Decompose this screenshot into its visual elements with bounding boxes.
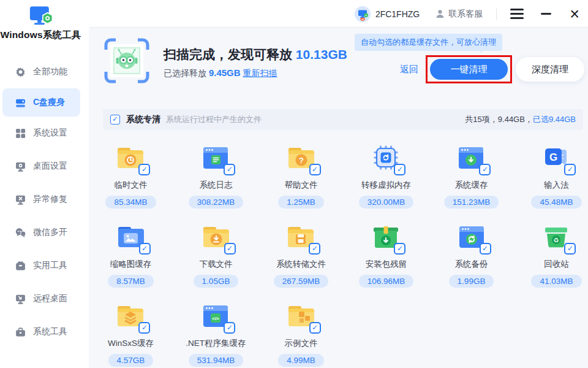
contact-support-label: 联系客服 (448, 9, 483, 20)
sidebar-nav: 全部功能 C盘瘦身 系统设置 桌面设置 异常修复 微信多开 实用工具 远程桌面 … (0, 55, 89, 348)
app-title: Windows系统工具 (0, 29, 81, 42)
back-link[interactable]: 返回 (400, 64, 418, 75)
item-checkbox[interactable]: ✓ (309, 164, 321, 175)
remote-icon (15, 293, 26, 305)
folder-blocks-icon: ✓ (285, 300, 317, 332)
section-selected-size: 已选9.44GB (533, 115, 576, 124)
item-checkbox[interactable]: ✓ (564, 243, 576, 255)
clean-item-label: 临时文件 (114, 180, 147, 191)
tooltip-caret (477, 48, 485, 53)
clean-item-size: 4.57GB (108, 354, 154, 367)
clean-item[interactable]: ? ✓ 帮助文件 1.25MB (278, 138, 324, 217)
folder-image-icon: ✓ (115, 221, 147, 253)
sidebar-item-desktop[interactable]: 桌面设置 (0, 150, 89, 183)
minimize-button[interactable] (541, 13, 551, 15)
item-checkbox[interactable]: ✓ (224, 322, 235, 334)
item-checkbox[interactable]: ✓ (138, 164, 150, 175)
sidebar-item-label: 实用工具 (33, 260, 67, 271)
section-description: 系统运行过程中产生的文件 (166, 114, 262, 125)
rescan-link[interactable]: 重新扫描 (243, 68, 277, 78)
clean-item[interactable]: ♻ ✓ 回收站 41.03MB (531, 217, 581, 296)
sidebar-item-gear[interactable]: 全部功能 (0, 55, 89, 88)
svg-text:?: ? (299, 156, 304, 165)
scan-robot-icon (104, 37, 150, 84)
sidebar-item-label: 异常修复 (33, 194, 67, 205)
contact-support-button[interactable]: 联系客服 (435, 9, 483, 20)
clean-item-label: 系统日志 (199, 180, 232, 191)
clean-item[interactable]: </> ✓ .NET程序集缓存 531.94MB (186, 296, 246, 368)
svg-text:</>: </> (213, 316, 220, 321)
clean-item-label: 示例文件 (285, 338, 318, 349)
clean-item-size: 4.99MB (278, 354, 324, 367)
window-list-icon: ✓ (200, 142, 232, 174)
sidebar-item-drive[interactable]: C盘瘦身 (2, 88, 80, 117)
sidebar-item-wechat[interactable]: 微信多开 (0, 216, 89, 249)
item-checkbox[interactable]: ✓ (309, 322, 321, 334)
folder-down-icon: ✓ (200, 221, 232, 253)
clean-item[interactable]: 文G ✓ 输入法 45.48MB (531, 138, 581, 217)
item-checkbox[interactable]: ✓ (564, 164, 576, 175)
clean-item-label: .NET程序集缓存 (186, 338, 246, 349)
clean-item-label: 系统转储文件 (276, 259, 326, 270)
scan-result-subtitle: 已选择释放 9.45GB重新扫描 (164, 67, 277, 79)
app-brand: Windows系统工具 (0, 6, 89, 42)
ime-icon: 文G ✓ (540, 142, 572, 174)
folder-floppy-icon: ✓ (285, 221, 317, 253)
sidebar-item-utility[interactable]: 实用工具 (0, 249, 89, 282)
selected-size: 9.45GB (209, 67, 241, 78)
svg-text:G: G (549, 151, 557, 163)
clean-item[interactable]: ✓ 安装包残留 106.96MB (359, 217, 414, 296)
utility-icon (15, 260, 26, 272)
item-checkbox[interactable]: ✓ (224, 164, 235, 175)
clean-item[interactable]: ✓ 系统转储文件 267.59MB (274, 217, 329, 296)
clean-item[interactable]: ✓ 示例文件 4.99MB (278, 296, 324, 368)
grid4-icon (15, 128, 26, 139)
item-checkbox[interactable]: ✓ (138, 322, 150, 334)
item-checkbox[interactable]: ✓ (309, 243, 320, 255)
user-id: 2FC1FHZG (375, 9, 420, 19)
user-account[interactable]: 2FC1FHZG (355, 6, 420, 22)
item-checkbox[interactable]: ✓ (479, 164, 491, 175)
item-checkbox[interactable]: ✓ (224, 243, 236, 255)
item-checkbox[interactable]: ✓ (139, 243, 151, 255)
item-checkbox[interactable]: ✓ (394, 243, 405, 255)
section-checkbox[interactable]: ✓ (110, 115, 120, 125)
one-click-clean-button[interactable]: 一键清理 (430, 59, 508, 80)
folder-question-icon: ? ✓ (285, 142, 317, 174)
sidebar-item-label: C盘瘦身 (33, 97, 65, 108)
bin-icon: ♻ ✓ (540, 221, 572, 253)
clean-item-size: 531.94MB (189, 354, 244, 367)
clean-item[interactable]: ✓ WinSxS缓存 4.57GB (108, 296, 154, 368)
sidebar-item-repair[interactable]: 异常修复 (0, 183, 89, 216)
item-checkbox[interactable]: ✓ (394, 164, 405, 175)
deep-clean-button[interactable]: 深度清理 (516, 57, 584, 82)
clean-item-label: 帮助文件 (285, 180, 318, 191)
sidebar-item-label: 桌面设置 (33, 161, 67, 172)
clean-item[interactable]: ✓ 转移虚拟内存 320.00MB (359, 138, 414, 217)
clean-item[interactable]: ✓ 缩略图缓存 8.57MB (108, 217, 154, 296)
person-icon (435, 9, 445, 18)
clean-item-size: 106.96MB (359, 275, 414, 288)
clean-item-label: WinSxS缓存 (108, 338, 154, 349)
clean-item-label: 输入法 (544, 180, 569, 191)
menu-button[interactable] (510, 9, 524, 19)
sidebar-item-toolbox[interactable]: 系统工具 (0, 315, 89, 348)
clean-item-size: 41.03MB (531, 275, 581, 288)
clean-item-label: 回收站 (544, 259, 569, 270)
clean-item-size: 151.23MB (444, 196, 499, 209)
drive-icon (15, 97, 26, 109)
sidebar-item-remote[interactable]: 远程桌面 (0, 282, 89, 315)
clean-item[interactable]: ✓ 临时文件 85.34MB (105, 138, 156, 217)
sidebar: Windows系统工具 全部功能 C盘瘦身 系统设置 桌面设置 异常修复 微信多… (0, 0, 89, 368)
clean-item-size: 45.48MB (531, 196, 581, 209)
sidebar-item-grid4[interactable]: 系统设置 (0, 117, 89, 150)
clean-item[interactable]: ✓ 系统日志 308.22MB (189, 138, 244, 217)
clean-item[interactable]: ✓ 下载文件 1.05GB (194, 217, 239, 296)
close-button[interactable]: × (570, 8, 579, 20)
scan-result-title: 扫描完成，发现可释放 10.13GB (164, 46, 347, 63)
main-panel: 扫描完成，发现可释放 10.13GB 已选择释放 9.45GB重新扫描 自动勾选… (89, 28, 588, 368)
item-checkbox[interactable]: ✓ (480, 243, 491, 255)
desktop-icon (15, 161, 26, 172)
clean-item[interactable]: ✓ 系统缓存 151.23MB (444, 138, 499, 217)
clean-item[interactable]: ✓ 系统备份 1.99GB (449, 217, 494, 296)
